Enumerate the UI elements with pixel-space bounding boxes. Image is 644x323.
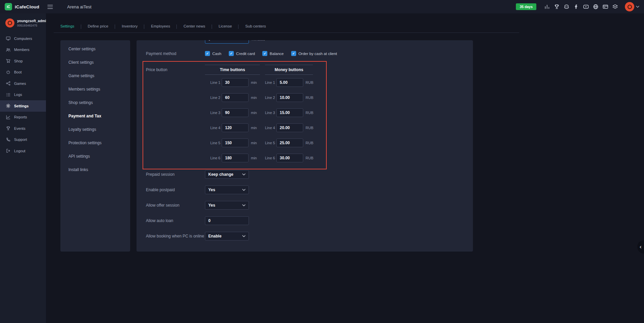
tab-inventory[interactable]: Inventory [115,24,144,28]
line-label: Line 1 [265,80,276,85]
sidebar-item-label: Members [14,48,30,52]
nav-game-settings[interactable]: Game settings [60,69,130,83]
avatar-graphic [628,5,632,9]
enable-postpaid-select[interactable]: Yes [205,185,249,194]
balance-checkbox[interactable]: ✓ Balance [262,51,284,56]
nav-members-settings[interactable]: Members settings [60,83,130,96]
time-line-6-input[interactable] [222,154,249,162]
tab-sub-centers[interactable]: Sub centers [238,24,272,28]
partners-icon[interactable] [612,4,618,10]
unit-label: min [251,141,257,145]
prepaid-session-row: Prepaid session Keep change [146,170,464,179]
chevron-down-icon [242,189,246,191]
money-line-row: Line 6 RUB [265,150,313,165]
sidebar-item-settings[interactable]: Settings [0,100,46,112]
money-line-1-input[interactable] [276,78,303,87]
billing-icon[interactable] [602,4,608,10]
globe-icon[interactable] [593,4,599,10]
price-button-label: Price button [146,65,205,165]
sidebar-item-members[interactable]: Members [0,44,46,56]
sidebar-item-shop[interactable]: Shop [0,55,46,67]
allow-booking-select[interactable]: Enable [205,232,249,240]
sidebar-item-support[interactable]: Support [0,134,46,146]
allow-auto-loan-input[interactable] [205,216,249,225]
checkbox-checked-icon: ✓ [262,51,267,56]
facebook-icon[interactable] [573,4,579,10]
stats-icon[interactable] [544,4,550,10]
money-line-2-input[interactable] [276,93,303,102]
monitor-icon [6,36,11,41]
tab-define-price[interactable]: Define price [81,24,115,28]
time-line-row: Line 5 min [205,135,260,150]
sidebar-item-label: Shop [14,59,23,63]
time-line-2-input[interactable] [222,93,249,102]
nav-api-settings[interactable]: API settings [60,150,130,163]
trophy-icon [6,126,11,131]
payment-method-label: Payment method [146,51,205,56]
power-icon [6,70,11,75]
line-label: Line 6 [265,156,276,160]
tab-license[interactable]: License [212,24,239,28]
nav-install-links[interactable]: Install links [60,163,130,176]
youtube-icon[interactable] [583,4,589,10]
cash-checkbox[interactable]: ✓ Cash [205,51,221,56]
nav-center-settings[interactable]: Center settings [60,42,130,56]
nav-loyalty-settings[interactable]: Loyalty settings [60,123,130,136]
unit-label: min [251,126,257,130]
clipped-minutes-input[interactable] [205,40,249,44]
allow-offer-session-select[interactable]: Yes [205,201,249,210]
page-title: Arena aiTest [67,4,91,9]
money-line-row: Line 5 RUB [265,135,313,150]
user-id: 005193482475 [17,24,48,27]
sidebar-item-events[interactable]: Events [0,123,46,134]
time-line-1-input[interactable] [222,78,249,87]
time-line-row: Line 2 min [205,90,260,105]
tab-settings[interactable]: Settings [54,24,81,28]
money-line-5-input[interactable] [276,139,303,147]
sidebar-item-computers[interactable]: Computers [0,33,46,44]
time-line-3-input[interactable] [222,108,249,117]
money-line-6-input[interactable] [276,154,303,162]
money-line-3-input[interactable] [276,108,303,117]
tab-center-news[interactable]: Center news [177,24,212,28]
nav-protection-settings[interactable]: Protection settings [60,136,130,150]
chevron-down-icon [242,204,246,206]
sidebar-item-boot[interactable]: Boot [0,67,46,78]
app-logo[interactable]: iC iCafeCloud [5,3,39,10]
unit-label: RUB [306,96,313,100]
checkbox-checked-icon: ✓ [205,51,210,56]
nav-payment-and-tax[interactable]: Payment and Tax [60,109,130,123]
sidebar-user[interactable]: youngzsoft_admin 005193482475 [0,13,46,32]
order-by-cash-checkbox[interactable]: ✓ Order by cash at client [291,51,337,56]
phone-icon [6,137,11,142]
user-avatar [5,18,14,28]
tab-bar: Settings Define price Inventory Employee… [54,24,519,33]
license-days-badge[interactable]: 35 days [516,3,536,10]
sidebar-item-reports[interactable]: Reports [0,112,46,123]
hamburger-menu-icon[interactable] [47,5,53,9]
credit-card-checkbox[interactable]: ✓ Credit card [229,51,255,56]
sidebar-item-games[interactable]: Games [0,78,46,89]
money-line-4-input[interactable] [276,123,303,132]
line-label: Line 2 [265,96,276,100]
money-buttons-header: Money buttons [265,65,313,75]
sidebar-item-logs[interactable]: Logs [0,89,46,101]
money-line-row: Line 1 RUB [265,75,313,90]
tab-employees[interactable]: Employees [144,24,177,28]
time-line-5-input[interactable] [222,139,249,147]
sidebar-item-logout[interactable]: Logout [0,145,46,157]
checkbox-checked-icon: ✓ [291,51,296,56]
prepaid-session-select[interactable]: Keep change [205,170,249,179]
time-line-4-input[interactable] [222,123,249,132]
account-menu[interactable] [625,2,639,11]
time-line-row: Line 6 min [205,150,260,165]
time-line-row: Line 3 min [205,105,260,120]
discord-icon[interactable] [564,4,570,10]
nav-shop-settings[interactable]: Shop settings [60,96,130,109]
chevron-down-icon [242,235,246,237]
trophy-icon[interactable] [554,4,560,10]
sidebar-menu: Computers Members Shop Boot Games Logs S… [0,33,46,157]
checkbox-label: Cash [212,52,221,56]
nav-client-settings[interactable]: Client settings [60,56,130,69]
unit-label: RUB [306,111,313,115]
